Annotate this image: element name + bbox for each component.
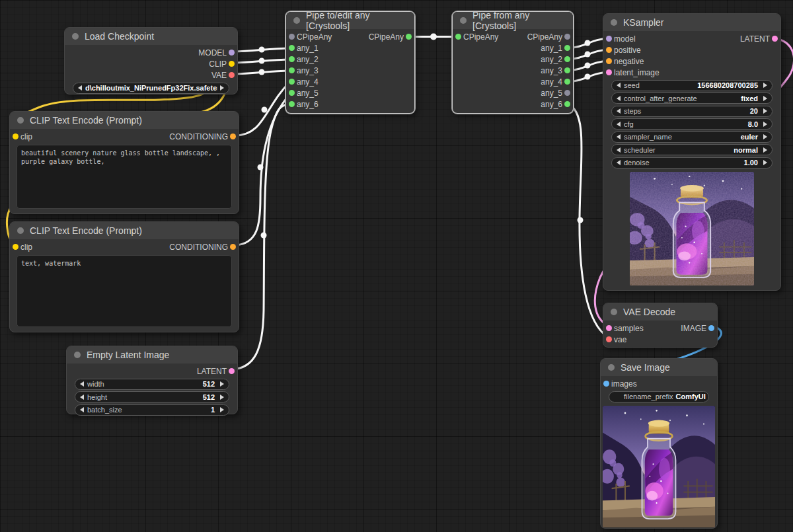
any1-output-port[interactable]: [564, 45, 570, 51]
any6-input-port[interactable]: [289, 101, 295, 107]
image-output-port[interactable]: [708, 325, 714, 331]
node-vae-decode[interactable]: VAE Decode samples IMAGE vae: [603, 303, 718, 348]
decrement-icon[interactable]: [80, 381, 84, 387]
cpipeany-input-port[interactable]: [289, 34, 295, 40]
sampler-name-widget[interactable]: sampler_nameeuler: [611, 132, 773, 143]
node-ksampler[interactable]: KSampler model LATENT positive negative …: [603, 13, 781, 291]
decrement-icon[interactable]: [80, 407, 84, 412]
node-title-bar[interactable]: KSampler: [603, 14, 780, 31]
vae-output-port[interactable]: [229, 72, 235, 78]
prompt-textarea[interactable]: text, watermark: [17, 255, 232, 327]
node-title-bar[interactable]: CLIP Text Encode (Prompt): [10, 112, 239, 129]
any5-output-port[interactable]: [564, 90, 570, 96]
negative-input-port[interactable]: [606, 58, 612, 64]
cpipeany-output-port[interactable]: [564, 34, 570, 40]
widget-label: filename_prefix: [624, 393, 673, 400]
any2-output-port[interactable]: [564, 56, 570, 62]
node-save-image[interactable]: Save Image images filename_prefixComfyUI: [600, 358, 718, 529]
height-widget[interactable]: height512: [75, 391, 229, 402]
node-title-bar[interactable]: CLIP Text Encode (Prompt): [10, 222, 239, 239]
any2-input-port[interactable]: [289, 56, 295, 62]
increment-icon[interactable]: [763, 83, 767, 88]
clip-output-port[interactable]: [229, 61, 235, 67]
conditioning-output-port[interactable]: [230, 133, 236, 139]
increment-icon[interactable]: [763, 96, 767, 101]
node-graph-canvas[interactable]: Load Checkpoint MODEL CLIP VAE d\chillou…: [0, 0, 793, 532]
denoise-widget[interactable]: denoise1.00: [611, 157, 773, 169]
node-clip-text-encode-negative[interactable]: CLIP Text Encode (Prompt) clip CONDITION…: [9, 221, 239, 332]
ckpt-name-widget[interactable]: d\chilloutmix_NiPrunedFp32Fix.safetensor…: [73, 83, 229, 94]
collapse-dot-icon[interactable]: [611, 19, 617, 26]
increment-icon[interactable]: [763, 122, 767, 127]
node-title-bar[interactable]: Save Image: [601, 359, 717, 376]
increment-icon[interactable]: [763, 147, 767, 153]
any1-input-port[interactable]: [289, 45, 295, 51]
collapse-dot-icon[interactable]: [74, 352, 81, 358]
collapse-dot-icon[interactable]: [460, 17, 467, 24]
node-pipe-from-any[interactable]: Pipe from any [Crystools] CPipeAny CPipe…: [452, 11, 574, 114]
collapse-dot-icon[interactable]: [608, 364, 615, 371]
control-after-generate-widget[interactable]: control_after_generatefixed: [611, 93, 773, 104]
node-title-bar[interactable]: Load Checkpoint: [65, 28, 237, 45]
latent-output-port[interactable]: [229, 368, 235, 374]
node-load-checkpoint[interactable]: Load Checkpoint MODEL CLIP VAE d\chillou…: [64, 27, 238, 95]
any4-output-port[interactable]: [564, 79, 570, 85]
cfg-widget[interactable]: cfg8.0: [611, 118, 773, 130]
samples-input-port[interactable]: [606, 325, 612, 331]
node-title-bar[interactable]: Pipe to/edit any [Crystools]: [286, 12, 414, 29]
model-input-port[interactable]: [606, 36, 612, 42]
width-widget[interactable]: width512: [75, 379, 229, 390]
increment-icon[interactable]: [220, 395, 224, 400]
vae-input-port[interactable]: [606, 336, 612, 342]
collapse-dot-icon[interactable]: [611, 309, 617, 315]
decrement-icon[interactable]: [617, 134, 621, 139]
collapse-dot-icon[interactable]: [17, 117, 24, 124]
seed-widget[interactable]: seed156680208700285: [611, 80, 773, 91]
increment-icon[interactable]: [220, 381, 224, 387]
latent-output-port[interactable]: [772, 36, 778, 42]
input-label: any_3: [297, 66, 319, 75]
latent-image-input-port[interactable]: [606, 69, 612, 75]
any4-input-port[interactable]: [289, 79, 295, 85]
images-input-port[interactable]: [603, 381, 609, 387]
prev-value-icon[interactable]: [78, 85, 82, 91]
positive-input-port[interactable]: [606, 47, 612, 53]
decrement-icon[interactable]: [617, 108, 621, 114]
node-title-bar[interactable]: Empty Latent Image: [67, 346, 237, 363]
any6-output-port[interactable]: [564, 101, 570, 107]
increment-icon[interactable]: [763, 108, 767, 114]
input-label: images: [611, 379, 637, 389]
increment-icon[interactable]: [763, 134, 767, 139]
collapse-dot-icon[interactable]: [17, 227, 24, 234]
increment-icon[interactable]: [220, 407, 224, 412]
node-empty-latent-image[interactable]: Empty Latent Image LATENT width512 heigh…: [66, 346, 238, 414]
decrement-icon[interactable]: [617, 147, 621, 153]
increment-icon[interactable]: [763, 160, 767, 165]
decrement-icon[interactable]: [617, 122, 621, 127]
node-clip-text-encode-positive[interactable]: CLIP Text Encode (Prompt) clip CONDITION…: [9, 111, 239, 214]
model-output-port[interactable]: [229, 50, 235, 56]
prompt-textarea[interactable]: beautiful scenery nature glass bottle la…: [17, 145, 232, 209]
next-value-icon[interactable]: [220, 85, 224, 91]
decrement-icon[interactable]: [617, 96, 621, 101]
decrement-icon[interactable]: [617, 83, 621, 88]
collapse-dot-icon[interactable]: [293, 17, 300, 24]
cpipeany-output-port[interactable]: [406, 34, 412, 40]
any3-input-port[interactable]: [289, 67, 295, 73]
clip-input-port[interactable]: [13, 244, 19, 250]
decrement-icon[interactable]: [617, 160, 621, 165]
filename-prefix-widget[interactable]: filename_prefixComfyUI: [609, 391, 709, 402]
node-pipe-to-edit-any[interactable]: Pipe to/edit any [Crystools] CPipeAny CP…: [285, 11, 415, 114]
cpipeany-input-port[interactable]: [455, 34, 461, 40]
scheduler-widget[interactable]: schedulernormal: [611, 144, 773, 155]
node-title-bar[interactable]: Pipe from any [Crystools]: [453, 12, 573, 29]
batch-size-widget[interactable]: batch_size1: [75, 404, 229, 416]
steps-widget[interactable]: steps20: [611, 106, 773, 117]
collapse-dot-icon[interactable]: [72, 33, 79, 40]
node-title-bar[interactable]: VAE Decode: [603, 303, 717, 321]
clip-input-port[interactable]: [13, 133, 19, 139]
any5-input-port[interactable]: [289, 90, 295, 96]
decrement-icon[interactable]: [80, 395, 84, 400]
any3-output-port[interactable]: [564, 67, 570, 73]
conditioning-output-port[interactable]: [230, 244, 236, 250]
